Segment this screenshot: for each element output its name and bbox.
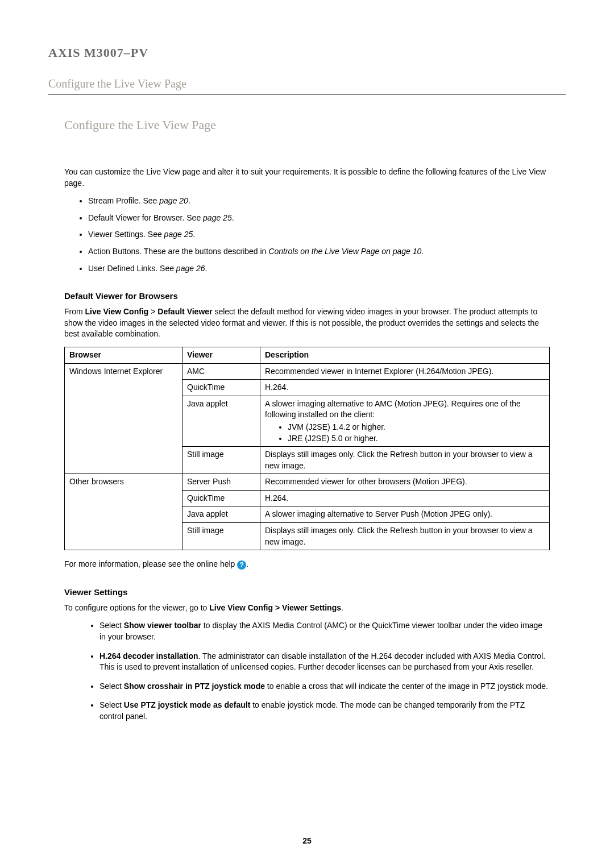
default-viewer-heading: Default Viewer for Browsers [64,291,566,301]
settings-item: Select Show crosshair in PTZ joystick mo… [99,681,550,692]
text: . [193,230,195,239]
cell-viewer: Server Push [182,474,260,491]
text: . [246,559,248,568]
feature-list: Stream Profile. See page 20. Default Vie… [88,196,550,274]
cell-viewer: AMC [182,363,260,380]
text: Default Viewer for Browser. See [88,213,203,222]
feature-item: User Defined Links. See page 26. [88,263,550,275]
settings-list: Select Show viewer toolbar to display th… [99,620,550,722]
text: Stream Profile. See [88,196,159,205]
cell-desc: A slower imaging alternative to AMC (Mot… [260,396,550,446]
cell-viewer: QuickTime [182,490,260,506]
settings-item: Select Use PTZ joystick mode as default … [99,700,550,722]
breadcrumb: Live View Config > Viewer Settings [209,603,341,612]
cell-desc: Recommended viewer for other browsers (M… [260,474,550,491]
text: . [232,213,234,222]
breadcrumb-part: Live View Config [85,307,149,316]
section-header: Configure the Live View Page [48,77,566,90]
more-info-paragraph: For more information, please see the onl… [64,559,550,570]
page-heading: Configure the Live View Page [64,118,566,132]
settings-item: H.264 decoder installation. The administ… [99,651,550,673]
cell-viewer: QuickTime [182,380,260,396]
page-ref: page 25 [203,213,232,222]
list-item: JVM (J2SE) 1.4.2 or higher. [288,422,545,433]
cell-desc: H.264. [260,490,550,506]
page-ref: page 25 [164,230,193,239]
product-title: AXIS M3007–PV [48,45,566,60]
intro-paragraph: You can customize the Live View page and… [64,167,550,189]
text: > [148,307,157,316]
page-ref: Controls on the Live View Page on page 1… [268,247,421,256]
cell-viewer: Java applet [182,506,260,523]
cell-viewer: Still image [182,523,260,550]
text: . [421,247,424,256]
text: . [341,603,343,612]
feature-item: Default Viewer for Browser. See page 25. [88,213,550,224]
col-browser: Browser [65,347,182,363]
text: Viewer Settings. See [88,230,164,239]
text: Action Buttons. These are the buttons de… [88,247,268,256]
option-name: Show crosshair in PTZ joystick mode [124,682,265,691]
text: For more information, please see the onl… [64,559,237,568]
cell-desc: Displays still images only. Click the Re… [260,523,550,550]
default-viewer-paragraph: From Live View Config > Default Viewer s… [64,306,550,340]
list-item: JRE (J2SE) 5.0 or higher. [288,433,545,445]
text: Select [99,700,124,709]
text: Select [99,621,124,630]
text: . [188,196,190,205]
table-row: Other browsers Server Push Recommended v… [65,474,550,491]
cell-desc: H.264. [260,380,550,396]
text: From [64,307,85,316]
cell-browser: Windows Internet Explorer [65,363,182,474]
page-number: 25 [0,836,614,845]
cell-viewer: Still image [182,447,260,474]
cell-desc: A slower imaging alternative to Server P… [260,506,550,523]
text: Select [99,682,124,691]
settings-item: Select Show viewer toolbar to display th… [99,620,550,642]
cell-desc: Displays still images only. Click the Re… [260,447,550,474]
option-name: H.264 decoder installation [99,651,198,661]
option-name: Show viewer toolbar [124,621,201,630]
cell-browser: Other browsers [65,474,182,550]
table-header-row: Browser Viewer Description [65,347,550,363]
breadcrumb-part: Default Viewer [157,307,212,316]
feature-item: Viewer Settings. See page 25. [88,229,550,240]
viewer-settings-paragraph: To configure options for the viewer, go … [64,603,550,614]
text: . [205,264,207,273]
help-icon[interactable]: ? [237,560,246,570]
viewer-table: Browser Viewer Description Windows Inter… [64,347,550,550]
feature-item: Action Buttons. These are the buttons de… [88,246,550,258]
cell-desc: Recommended viewer in Internet Explorer … [260,363,550,380]
col-viewer: Viewer [182,347,260,363]
viewer-settings-heading: Viewer Settings [64,587,566,597]
text: To configure options for the viewer, go … [64,603,209,612]
table-row: Windows Internet Explorer AMC Recommende… [65,363,550,380]
section-rule [48,94,566,95]
col-description: Description [260,347,550,363]
text: to enable a cross that will indicate the… [265,682,548,691]
page-ref: page 20 [159,196,188,205]
java-requirements-list: JVM (J2SE) 1.4.2 or higher. JRE (J2SE) 5… [288,422,545,444]
cell-viewer: Java applet [182,396,260,446]
feature-item: Stream Profile. See page 20. [88,196,550,207]
text: A slower imaging alternative to AMC (Mot… [265,399,521,420]
option-name: Use PTZ joystick mode as default [124,700,251,709]
text: User Defined Links. See [88,264,176,273]
page-ref: page 26 [176,264,205,273]
